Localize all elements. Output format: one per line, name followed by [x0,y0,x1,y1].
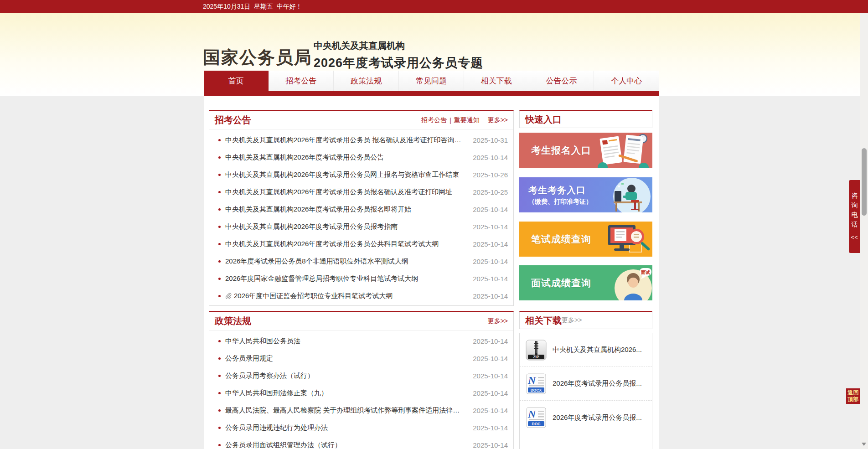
policy-item[interactable]: 公务员录用违规违纪行为处理办法 2025-10-14 [215,419,508,436]
policy-date: 2025-10-14 [473,372,508,380]
downloads-title: 相关下载 [525,315,562,327]
site-logo-text[interactable]: 国家公务员局 [203,46,312,69]
page-scrollbar[interactable] [860,13,868,449]
announcement-item[interactable]: 中央机关及其直属机构2026年度考试录用公务员公告 2025-10-14 [215,149,508,166]
download-item-doc[interactable]: N DOC 2026年度考试录用公务员报... [520,401,652,434]
announcement-item[interactable]: 2026年度国家金融监督管理总局招考职位专业科目笔试考试大纲 2025-10-1… [215,270,508,287]
collapse-arrows[interactable]: << [851,234,858,241]
policy-date: 2025-10-14 [473,337,508,345]
policy-item[interactable]: 公务员录用面试组织管理办法（试行） 2025-10-14 [215,436,508,449]
scrollbar-thumb[interactable] [862,148,867,216]
banner-label: 面试成绩查询 [531,277,591,289]
download-item-zip[interactable]: ZIP 中央机关及其直属机构2026... [520,333,652,367]
consult-char: 询 [852,202,858,209]
policy-item[interactable]: 公务员录用考察办法（试行） 2025-10-14 [215,367,508,384]
interview-bubble-text: 面试 [641,270,650,275]
candidate-signup-entry-banner[interactable]: 考生报名入口 [519,133,652,168]
policy-link[interactable]: 最高人民法院、最高人民检察院 关于办理组织考试作弊等刑事案件适用法律若干问题的解… [225,406,473,415]
quick-entry-section-header: 快速入口 [519,110,652,128]
policy-item[interactable]: 中华人民共和国公务员法 2025-10-14 [215,332,508,350]
announcement-link[interactable]: 中央机关及其直属机构2026年度考试录用公务员公告 [225,153,473,162]
signup-illustration [586,133,652,168]
announcements-section: 招考公告 招考公告 | 重要通知 更多>> 中央机关及其直属机构2026年度考试… [209,110,514,306]
nav-tab-announcements[interactable]: 招考公告 [269,71,334,91]
zip-file-icon: ZIP [525,339,547,361]
announcement-date: 2025-10-14 [473,275,508,283]
nav-tab-faq[interactable]: 常见问题 [398,71,464,91]
policy-item[interactable]: 公务员录用规定 2025-10-14 [215,350,508,367]
consult-char: 咨 [852,192,858,199]
download-link[interactable]: 2026年度考试录用公务员报... [553,379,642,388]
policy-link[interactable]: 中华人民共和国公务员法 [225,337,473,346]
download-link[interactable]: 中央机关及其直属机构2026... [553,346,642,354]
announcement-item[interactable]: 2026年度考试录用公务员8个非通用语职位外语水平测试大纲 2025-10-14 [215,253,508,270]
policy-link[interactable]: 公务员录用规定 [225,354,473,363]
interview-score-illustration: 面试 [586,265,652,300]
bullet-icon [218,444,221,446]
svg-text:N: N [527,408,537,420]
downloads-more-link[interactable]: 更多>> [562,316,582,325]
bullet-icon [218,174,221,176]
policies-title: 政策法规 [215,315,251,327]
bullet-icon [218,427,221,429]
announcement-item[interactable]: 中央机关及其直属机构2026年度考试录用公务员报名即将开始 2025-10-14 [215,201,508,218]
doc-file-icon: N DOC [525,407,547,428]
announcement-link[interactable]: 中央机关及其直属机构2026年度考试录用公务员 报名确认及准考证打印咨询电话 [225,136,473,145]
written-score-query-banner[interactable]: 笔试成绩查询 [519,222,652,257]
policy-date: 2025-10-14 [473,407,508,414]
policy-date: 2025-10-14 [473,424,508,432]
announcement-link[interactable]: 中央机关及其直属机构2026年度考试录用公务员网上报名与资格审查工作结束 [225,170,473,179]
banner-label: 笔试成绩查询 [531,233,591,246]
policy-link[interactable]: 公务员录用违规违纪行为处理办法 [225,423,473,432]
back-to-top-button[interactable]: 返回 顶部 [846,388,860,404]
announcement-date: 2025-10-14 [473,292,508,300]
policy-date: 2025-10-14 [473,441,508,449]
announcement-item[interactable]: 中央机关及其直属机构2026年度考试录用公务员公共科目笔试考试大纲 2025-1… [215,235,508,253]
candidate-exam-affairs-entry-banner[interactable]: 考生考务入口 （缴费、打印准考证） [519,177,652,212]
announcement-link[interactable]: 中央机关及其直属机构2026年度考试录用公务员报名即将开始 [225,205,473,214]
policies-more-link[interactable]: 更多>> [488,317,508,325]
nav-tab-home[interactable]: 首页 [204,71,269,91]
consult-char: 话 [852,221,858,228]
announcement-link[interactable]: 中央机关及其直属机构2026年度考试录用公务员报考指南 [225,222,473,231]
policy-link[interactable]: 公务员录用面试组织管理办法（试行） [225,441,473,449]
announcement-item[interactable]: 中央机关及其直属机构2026年度考试录用公务员报考指南 2025-10-14 [215,218,508,235]
svg-text:ZIP: ZIP [533,355,539,359]
announcement-item[interactable]: 中央机关及其直属机构2026年度考试录用公务员 报名确认及准考证打印咨询电话 2… [215,131,508,149]
nav-tab-downloads[interactable]: 相关下载 [464,71,529,91]
scrollbar-down-arrow[interactable] [862,443,866,446]
important-notices-tab-link[interactable]: 重要通知 [454,116,480,124]
nav-tab-notices[interactable]: 公告公示 [529,71,594,91]
page: 2025年10月31日 星期五 中午好！ 国家公务员局 中央机关及其直属机构 2… [0,0,868,449]
announcement-link[interactable]: 2026年度考试录用公务员8个非通用语职位外语水平测试大纲 [225,257,473,266]
download-item-docx[interactable]: N DOCX 2026年度考试录用公务员报... [520,367,652,401]
announcement-link[interactable]: 2026年度中国证监会招考职位专业科目笔试考试大纲 [234,292,473,300]
announcement-item[interactable]: 中央机关及其直属机构2026年度考试录用公务员网上报名与资格审查工作结束 202… [215,166,508,183]
announcements-tab-link[interactable]: 招考公告 [421,116,447,124]
banner-label: 考生考务入口 [528,184,592,196]
download-link[interactable]: 2026年度考试录用公务员报... [553,413,642,422]
policy-item[interactable]: 中华人民共和国刑法修正案（九） 2025-10-14 [215,384,508,402]
announcement-date: 2025-10-14 [473,240,508,248]
announcement-item[interactable]: 2026年度中国证监会招考职位专业科目笔试考试大纲 2025-10-14 [215,287,508,304]
policy-link[interactable]: 中华人民共和国刑法修正案（九） [225,389,473,397]
bullet-icon [218,156,221,159]
announcement-item[interactable]: 中央机关及其直属机构2026年度考试录用公务员报名确认及准考证打印网址 2025… [215,183,508,201]
written-score-illustration [586,222,652,257]
nav-tab-personal-center[interactable]: 个人中心 [594,71,659,91]
announcement-link[interactable]: 中央机关及其直属机构2026年度考试录用公务员公共科目笔试考试大纲 [225,240,473,248]
announcements-header: 招考公告 招考公告 | 重要通知 更多>> [209,111,513,129]
announcement-link[interactable]: 2026年度国家金融监督管理总局招考职位专业科目笔试考试大纲 [225,274,473,283]
consult-phone-tab[interactable]: 咨 询 电 话 << [849,180,860,253]
policy-link[interactable]: 公务员录用考察办法（试行） [225,372,473,380]
bullet-icon [218,392,221,394]
policy-date: 2025-10-14 [473,389,508,397]
nav-tab-policies[interactable]: 政策法规 [333,71,398,91]
interview-score-query-banner[interactable]: 面试 面试成绩查询 [519,265,652,300]
announcement-link[interactable]: 中央机关及其直属机构2026年度考试录用公务员报名确认及准考证打印网址 [225,188,473,196]
subtitle-line2: 2026年度考试录用公务员专题 [314,55,483,71]
bullet-icon [218,278,221,280]
exam-affairs-illustration [586,177,652,212]
policy-item[interactable]: 最高人民法院、最高人民检察院 关于办理组织考试作弊等刑事案件适用法律若干问题的解… [215,402,508,419]
announcements-more-link[interactable]: 更多>> [488,116,508,124]
